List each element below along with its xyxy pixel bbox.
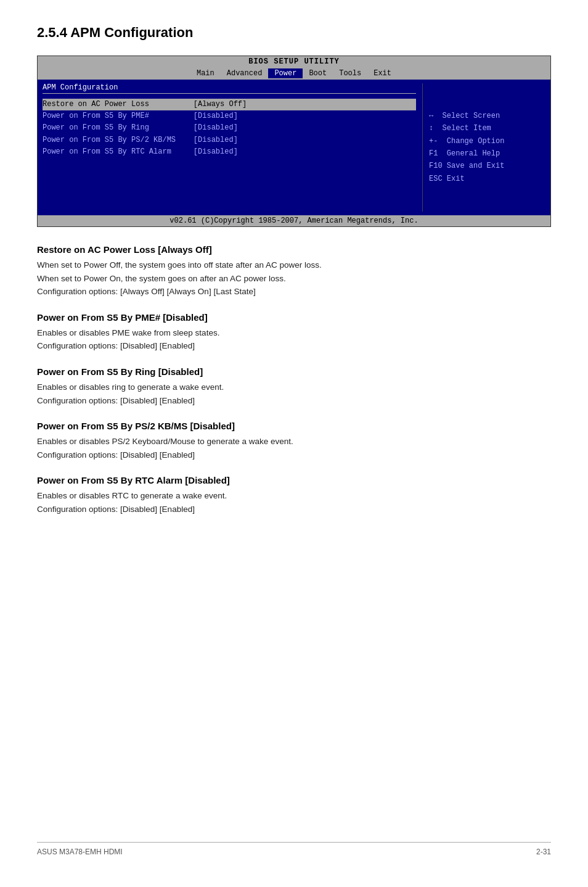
bios-help-f10: F10 Save and Exit (429, 160, 545, 172)
section-heading-power-pme: Power on From S5 By PME# [Disabled] (37, 312, 551, 323)
bios-tab-tools[interactable]: Tools (333, 68, 367, 78)
bios-header: BIOS SETUP UTILITY (38, 56, 550, 67)
bios-tab-boot[interactable]: Boot (303, 68, 333, 78)
bios-left-panel: APM Configuration Restore on AC Power Lo… (43, 83, 422, 212)
section-power-rtc: Power on From S5 By RTC Alarm [Disabled]… (37, 475, 551, 516)
section-heading-restore-ac: Restore on AC Power Loss [Always Off] (37, 244, 551, 255)
page-title: 2.5.4 APM Configuration (37, 25, 551, 41)
bios-tab-exit[interactable]: Exit (367, 68, 398, 78)
bios-tab-advanced[interactable]: Advanced (221, 68, 269, 78)
section-body-power-ps2: Enables or disables PS/2 Keyboard/Mouse … (37, 435, 551, 461)
section-body-power-rtc: Enables or disables RTC to generate a wa… (37, 489, 551, 516)
bios-footer: v02.61 (C)Copyright 1985-2007, American … (38, 215, 550, 226)
section-power-ring: Power on From S5 By Ring [Disabled] Enab… (37, 366, 551, 407)
bios-row-2[interactable]: Power on From S5 By Ring [Disabled] (43, 122, 416, 134)
section-heading-power-ps2: Power on From S5 By PS/2 KB/MS [Disabled… (37, 421, 551, 431)
section-power-ps2: Power on From S5 By PS/2 KB/MS [Disabled… (37, 421, 551, 461)
section-body-restore-ac: When set to Power Off, the system goes i… (37, 258, 551, 299)
section-heading-power-ring: Power on From S5 By Ring [Disabled] (37, 366, 551, 377)
section-restore-ac: Restore on AC Power Loss [Always Off] Wh… (37, 244, 551, 299)
bios-tab-power[interactable]: Power (268, 68, 303, 78)
bios-section-title: APM Configuration (43, 83, 416, 94)
bios-row-3[interactable]: Power on From S5 By PS/2 KB/MS [Disabled… (43, 134, 416, 146)
bios-screen: BIOS SETUP UTILITY Main Advanced Power B… (37, 56, 551, 227)
bios-body: APM Configuration Restore on AC Power Lo… (38, 80, 550, 215)
section-power-pme: Power on From S5 By PME# [Disabled] Enab… (37, 312, 551, 353)
bios-help-select-item: ↕ Select Item (429, 122, 545, 134)
bios-row-0[interactable]: Restore on AC Power Loss [Always Off] (43, 99, 416, 110)
bios-right-panel: ↔ Select Screen ↕ Select Item +- Change … (422, 83, 545, 212)
page-footer: ASUS M3A78-EMH HDMI 2-31 (37, 842, 551, 856)
footer-right: 2-31 (536, 848, 551, 856)
section-body-power-ring: Enables or disables ring to generate a w… (37, 381, 551, 407)
section-heading-power-rtc: Power on From S5 By RTC Alarm [Disabled] (37, 475, 551, 485)
bios-help-change-option: +- Change Option (429, 135, 545, 147)
section-body-power-pme: Enables or disables PME wake from sleep … (37, 326, 551, 353)
footer-left: ASUS M3A78-EMH HDMI (37, 848, 123, 856)
bios-row-4[interactable]: Power on From S5 By RTC Alarm [Disabled] (43, 146, 416, 158)
bios-row-1[interactable]: Power on From S5 By PME# [Disabled] (43, 110, 416, 122)
bios-help-esc: ESC Exit (429, 173, 545, 185)
bios-help-select-screen: ↔ Select Screen (429, 110, 545, 122)
bios-tabs: Main Advanced Power Boot Tools Exit (38, 67, 550, 80)
bios-help-f1: F1 General Help (429, 147, 545, 160)
bios-tab-main[interactable]: Main (190, 68, 221, 78)
